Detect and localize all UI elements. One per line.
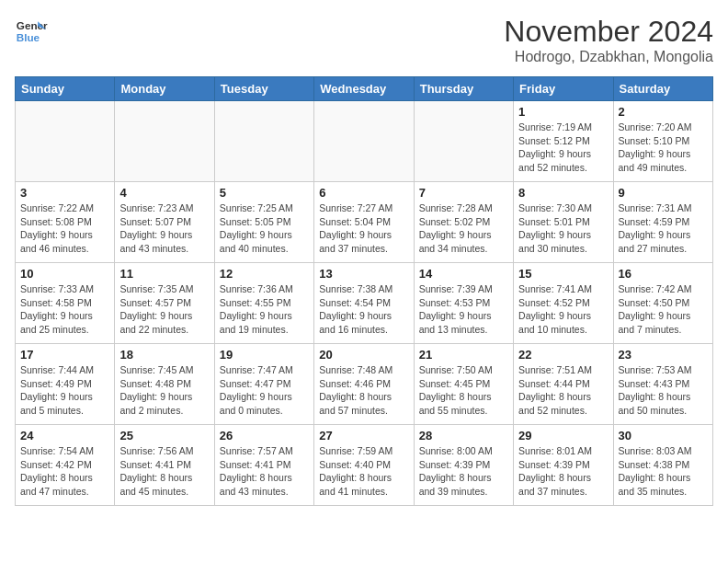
day-number: 11	[119, 267, 209, 281]
week-row-5: 24Sunrise: 7:54 AM Sunset: 4:42 PM Dayli…	[16, 425, 713, 506]
day-number: 16	[619, 267, 708, 281]
logo: General Blue	[15, 15, 48, 48]
day-number: 21	[419, 348, 508, 362]
day-number: 30	[619, 429, 708, 442]
day-info: Sunrise: 7:39 AM Sunset: 4:53 PM Dayligh…	[419, 282, 508, 337]
calendar-cell: 16Sunrise: 7:42 AM Sunset: 4:50 PM Dayli…	[613, 263, 712, 344]
day-info: Sunrise: 7:22 AM Sunset: 5:08 PM Dayligh…	[20, 201, 109, 256]
day-info: Sunrise: 7:25 AM Sunset: 5:05 PM Dayligh…	[220, 201, 309, 256]
calendar-cell: 14Sunrise: 7:39 AM Sunset: 4:53 PM Dayli…	[414, 263, 513, 344]
calendar-cell: 28Sunrise: 8:00 AM Sunset: 4:39 PM Dayli…	[414, 425, 513, 506]
day-number: 29	[518, 429, 608, 442]
week-row-2: 3Sunrise: 7:22 AM Sunset: 5:08 PM Daylig…	[16, 182, 713, 263]
day-info: Sunrise: 7:38 AM Sunset: 4:54 PM Dayligh…	[319, 282, 408, 337]
day-info: Sunrise: 7:23 AM Sunset: 5:07 PM Dayligh…	[119, 201, 209, 256]
calendar-cell	[115, 101, 214, 182]
calendar-cell: 1Sunrise: 7:19 AM Sunset: 5:12 PM Daylig…	[514, 101, 613, 182]
header-monday: Monday	[115, 77, 214, 101]
header-friday: Friday	[514, 77, 613, 101]
calendar-cell: 11Sunrise: 7:35 AM Sunset: 4:57 PM Dayli…	[115, 263, 214, 344]
day-info: Sunrise: 7:51 AM Sunset: 4:44 PM Dayligh…	[518, 363, 608, 418]
header-saturday: Saturday	[613, 77, 712, 101]
calendar-cell: 22Sunrise: 7:51 AM Sunset: 4:44 PM Dayli…	[514, 344, 613, 425]
calendar-cell: 12Sunrise: 7:36 AM Sunset: 4:55 PM Dayli…	[214, 263, 313, 344]
day-info: Sunrise: 7:56 AM Sunset: 4:41 PM Dayligh…	[119, 444, 209, 499]
title-area: November 2024 Hodrogo, Dzabkhan, Mongoli…	[504, 15, 713, 65]
calendar-header-row: SundayMondayTuesdayWednesdayThursdayFrid…	[16, 77, 713, 101]
day-number: 26	[220, 429, 309, 442]
calendar-cell: 20Sunrise: 7:48 AM Sunset: 4:46 PM Dayli…	[314, 344, 414, 425]
header-wednesday: Wednesday	[314, 77, 414, 101]
day-info: Sunrise: 8:01 AM Sunset: 4:39 PM Dayligh…	[518, 444, 608, 499]
day-number: 17	[20, 348, 109, 362]
day-number: 27	[319, 429, 408, 442]
day-number: 3	[20, 186, 109, 200]
day-info: Sunrise: 7:36 AM Sunset: 4:55 PM Dayligh…	[220, 282, 309, 337]
day-number: 18	[119, 348, 209, 362]
day-number: 24	[20, 429, 109, 442]
calendar-cell: 26Sunrise: 7:57 AM Sunset: 4:41 PM Dayli…	[214, 425, 313, 506]
day-info: Sunrise: 8:00 AM Sunset: 4:39 PM Dayligh…	[419, 444, 508, 499]
day-info: Sunrise: 7:53 AM Sunset: 4:43 PM Dayligh…	[619, 363, 708, 418]
day-info: Sunrise: 7:19 AM Sunset: 5:12 PM Dayligh…	[518, 121, 608, 175]
day-number: 14	[419, 267, 508, 281]
day-number: 13	[319, 267, 408, 281]
day-info: Sunrise: 7:45 AM Sunset: 4:48 PM Dayligh…	[119, 363, 209, 418]
day-number: 22	[518, 348, 608, 362]
calendar-cell: 18Sunrise: 7:45 AM Sunset: 4:48 PM Dayli…	[115, 344, 214, 425]
calendar-cell: 30Sunrise: 8:03 AM Sunset: 4:38 PM Dayli…	[613, 425, 712, 506]
day-number: 20	[319, 348, 408, 362]
day-number: 5	[220, 186, 309, 200]
day-info: Sunrise: 7:31 AM Sunset: 4:59 PM Dayligh…	[619, 201, 708, 256]
day-number: 15	[518, 267, 608, 281]
calendar-cell: 17Sunrise: 7:44 AM Sunset: 4:49 PM Dayli…	[16, 344, 115, 425]
calendar-cell	[414, 101, 513, 182]
header-tuesday: Tuesday	[214, 77, 313, 101]
calendar-cell: 6Sunrise: 7:27 AM Sunset: 5:04 PM Daylig…	[314, 182, 414, 263]
day-number: 8	[518, 186, 608, 200]
calendar-cell: 27Sunrise: 7:59 AM Sunset: 4:40 PM Dayli…	[314, 425, 414, 506]
calendar-cell: 7Sunrise: 7:28 AM Sunset: 5:02 PM Daylig…	[414, 182, 513, 263]
calendar-cell: 24Sunrise: 7:54 AM Sunset: 4:42 PM Dayli…	[16, 425, 115, 506]
day-info: Sunrise: 7:35 AM Sunset: 4:57 PM Dayligh…	[119, 282, 209, 337]
calendar-cell	[214, 101, 313, 182]
calendar-cell	[16, 101, 115, 182]
day-info: Sunrise: 7:50 AM Sunset: 4:45 PM Dayligh…	[419, 363, 508, 418]
day-number: 10	[20, 267, 109, 281]
day-info: Sunrise: 7:41 AM Sunset: 4:52 PM Dayligh…	[518, 282, 608, 337]
calendar-cell: 15Sunrise: 7:41 AM Sunset: 4:52 PM Dayli…	[514, 263, 613, 344]
day-info: Sunrise: 7:28 AM Sunset: 5:02 PM Dayligh…	[419, 201, 508, 256]
calendar-cell: 4Sunrise: 7:23 AM Sunset: 5:07 PM Daylig…	[115, 182, 214, 263]
day-number: 9	[619, 186, 708, 200]
month-title: November 2024	[504, 15, 713, 49]
day-info: Sunrise: 7:27 AM Sunset: 5:04 PM Dayligh…	[319, 201, 408, 256]
header: General Blue November 2024 Hodrogo, Dzab…	[15, 15, 713, 65]
calendar-cell: 5Sunrise: 7:25 AM Sunset: 5:05 PM Daylig…	[214, 182, 313, 263]
svg-text:General: General	[17, 19, 48, 31]
day-info: Sunrise: 7:59 AM Sunset: 4:40 PM Dayligh…	[319, 444, 408, 499]
header-sunday: Sunday	[16, 77, 115, 101]
week-row-4: 17Sunrise: 7:44 AM Sunset: 4:49 PM Dayli…	[16, 344, 713, 425]
calendar-cell: 10Sunrise: 7:33 AM Sunset: 4:58 PM Dayli…	[16, 263, 115, 344]
day-number: 23	[619, 348, 708, 362]
day-number: 2	[619, 105, 708, 119]
day-number: 28	[419, 429, 508, 442]
week-row-1: 1Sunrise: 7:19 AM Sunset: 5:12 PM Daylig…	[16, 101, 713, 182]
day-info: Sunrise: 7:48 AM Sunset: 4:46 PM Dayligh…	[319, 363, 408, 418]
day-number: 19	[220, 348, 309, 362]
calendar-cell: 19Sunrise: 7:47 AM Sunset: 4:47 PM Dayli…	[214, 344, 313, 425]
logo-icon: General Blue	[15, 15, 48, 48]
week-row-3: 10Sunrise: 7:33 AM Sunset: 4:58 PM Dayli…	[16, 263, 713, 344]
day-number: 7	[419, 186, 508, 200]
day-info: Sunrise: 7:54 AM Sunset: 4:42 PM Dayligh…	[20, 444, 109, 499]
day-info: Sunrise: 7:44 AM Sunset: 4:49 PM Dayligh…	[20, 363, 109, 418]
calendar-cell: 9Sunrise: 7:31 AM Sunset: 4:59 PM Daylig…	[613, 182, 712, 263]
day-info: Sunrise: 7:42 AM Sunset: 4:50 PM Dayligh…	[619, 282, 708, 337]
day-number: 12	[220, 267, 309, 281]
calendar-table: SundayMondayTuesdayWednesdayThursdayFrid…	[15, 76, 713, 506]
day-info: Sunrise: 7:47 AM Sunset: 4:47 PM Dayligh…	[220, 363, 309, 418]
day-number: 25	[119, 429, 209, 442]
day-info: Sunrise: 7:33 AM Sunset: 4:58 PM Dayligh…	[20, 282, 109, 337]
calendar-cell: 21Sunrise: 7:50 AM Sunset: 4:45 PM Dayli…	[414, 344, 513, 425]
calendar-cell: 3Sunrise: 7:22 AM Sunset: 5:08 PM Daylig…	[16, 182, 115, 263]
